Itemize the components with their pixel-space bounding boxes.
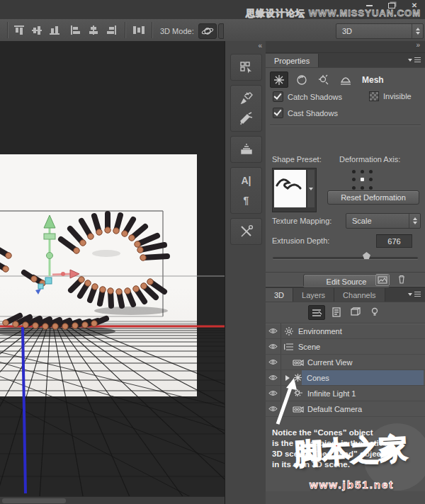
styles-panel-icon[interactable] bbox=[231, 139, 261, 159]
list-item-environment[interactable]: Environment bbox=[266, 323, 425, 339]
align-right-icon[interactable] bbox=[105, 25, 118, 35]
delete-icon[interactable] bbox=[395, 274, 408, 285]
visibility-toggle[interactable] bbox=[266, 401, 281, 416]
properties-panel-body: Mesh Catch Shadows Invisible Cast Shadow… bbox=[266, 68, 425, 287]
object-type-label: Mesh bbox=[362, 75, 384, 85]
window-title: 思缘设计论坛 WWW.MISSYUAN.COM bbox=[246, 7, 421, 20]
align-horizontal-centers-icon[interactable] bbox=[87, 25, 100, 35]
list-item-scene[interactable]: Scene bbox=[266, 339, 425, 355]
render-icon[interactable] bbox=[375, 274, 390, 286]
brush-presets-panel-icon[interactable] bbox=[231, 108, 261, 128]
visibility-toggle[interactable] bbox=[266, 323, 281, 338]
horizontal-scrollbar[interactable] bbox=[0, 496, 225, 504]
shape-preset-label: Shape Preset: bbox=[272, 155, 322, 164]
paragraph-panel-icon[interactable]: ¶ bbox=[231, 190, 261, 210]
expand-triangle-icon[interactable] bbox=[285, 375, 290, 381]
workspace-select[interactable]: 3D bbox=[336, 23, 424, 39]
invisible-label: Invisible bbox=[383, 92, 412, 101]
canvas-area[interactable] bbox=[0, 41, 225, 504]
collapsed-panel-dock: « A| ¶ bbox=[225, 41, 266, 504]
brush-panel-icon[interactable] bbox=[231, 88, 261, 108]
item-label: Scene bbox=[298, 343, 320, 351]
shape-preset-thumbnail bbox=[274, 170, 306, 207]
deformation-axis-widget[interactable] bbox=[349, 168, 375, 192]
tab-channels[interactable]: Channels bbox=[334, 288, 385, 302]
filter-whole-scene-icon[interactable] bbox=[308, 305, 325, 320]
lights-properties-icon[interactable] bbox=[315, 72, 332, 87]
scene-icon bbox=[283, 343, 295, 351]
expand-dock-chevron[interactable]: » bbox=[266, 41, 425, 53]
shape-preset-dropdown-arrow[interactable] bbox=[307, 170, 314, 207]
list-item-cones[interactable]: Cones bbox=[266, 370, 425, 386]
options-bar: 3D Mode: 3D bbox=[0, 19, 425, 42]
mesh-properties-icon[interactable] bbox=[270, 71, 288, 88]
deformation-axis-label: Deformation Axis: bbox=[339, 155, 400, 164]
align-vertical-centers-icon[interactable] bbox=[30, 25, 43, 35]
extrusion-depth-slider[interactable] bbox=[273, 257, 418, 259]
align-left-icon[interactable] bbox=[69, 25, 82, 35]
character-panel-icon[interactable]: A| bbox=[231, 171, 261, 190]
title-bar: ✕ 思缘设计论坛 WWW.MISSYUAN.COM bbox=[0, 0, 425, 20]
item-label: Environment bbox=[298, 327, 342, 336]
panel-menu-icon[interactable] bbox=[408, 290, 421, 299]
materials-properties-icon[interactable] bbox=[293, 72, 310, 87]
align-top-icon[interactable] bbox=[13, 25, 26, 35]
align-bottom-icon[interactable] bbox=[48, 25, 61, 35]
tab-3d[interactable]: 3D bbox=[266, 288, 293, 302]
mode-label: 3D Mode: bbox=[160, 27, 194, 35]
tab-layers[interactable]: Layers bbox=[293, 288, 334, 302]
tab-properties[interactable]: Properties bbox=[266, 54, 319, 67]
3d-scene-overlay bbox=[0, 41, 225, 504]
panel-column: » Properties Mesh Catch Shadows bbox=[266, 41, 425, 504]
texture-mapping-select[interactable]: Scale bbox=[346, 213, 421, 229]
shape-preset-picker[interactable] bbox=[272, 168, 317, 212]
orbit-icon bbox=[201, 26, 214, 36]
photoshop-window: ✕ 思缘设计论坛 WWW.MISSYUAN.COM 3D Mode: 3D « bbox=[0, 0, 425, 504]
stepper-arrows-icon bbox=[409, 214, 420, 228]
extrusion-depth-field[interactable]: 676 bbox=[376, 234, 412, 248]
pan-3d-tool-button-partial[interactable] bbox=[218, 23, 224, 39]
stepper-arrows-icon bbox=[412, 24, 423, 38]
actions-panel-icon[interactable] bbox=[231, 57, 261, 77]
visibility-toggle[interactable] bbox=[266, 386, 281, 401]
watermark-site-url: www.jb51.net bbox=[310, 479, 394, 491]
panel-menu-icon[interactable] bbox=[408, 56, 421, 64]
filter-meshes-icon[interactable] bbox=[329, 305, 344, 319]
collapse-dock-chevron[interactable]: « bbox=[225, 41, 266, 52]
3d-scene-list: Environment Scene Current View bbox=[266, 323, 425, 417]
item-label: Default Camera bbox=[307, 405, 362, 413]
visibility-toggle[interactable] bbox=[266, 370, 281, 385]
cap-properties-icon[interactable] bbox=[337, 72, 354, 87]
filter-materials-icon[interactable] bbox=[348, 305, 363, 319]
list-item-default-camera[interactable]: Default Camera bbox=[266, 401, 425, 417]
camera-icon bbox=[292, 359, 305, 366]
infinite-light-icon bbox=[292, 389, 305, 398]
reset-deformation-button[interactable]: Reset Deformation bbox=[327, 190, 419, 205]
tool-presets-panel-icon[interactable] bbox=[231, 222, 261, 241]
cast-shadows-checkbox[interactable] bbox=[273, 108, 283, 118]
cast-shadows-label: Cast Shadows bbox=[288, 109, 338, 118]
filter-lights-icon[interactable] bbox=[367, 305, 382, 319]
watermark-site-name: 脚本之家 bbox=[293, 429, 409, 474]
extrusion-depth-label: Extrusion Depth: bbox=[272, 236, 329, 245]
properties-tab-bar: Properties bbox=[266, 53, 425, 68]
item-label: Cones bbox=[307, 374, 329, 382]
list-item-infinite-light[interactable]: Infinite Light 1 bbox=[266, 386, 425, 401]
mesh-icon bbox=[291, 373, 304, 382]
texture-mapping-label: Texture Mapping: bbox=[272, 217, 332, 225]
distribute-icon[interactable] bbox=[132, 25, 144, 35]
catch-shadows-checkbox[interactable] bbox=[273, 91, 283, 102]
orbit-3d-tool-button[interactable] bbox=[198, 23, 217, 39]
item-label: Infinite Light 1 bbox=[307, 389, 356, 398]
invisible-checkbox[interactable] bbox=[369, 91, 379, 101]
item-label: Current View bbox=[307, 358, 352, 367]
catch-shadows-label: Catch Shadows bbox=[288, 93, 342, 101]
environment-icon bbox=[283, 326, 295, 336]
list-item-current-view[interactable]: Current View bbox=[266, 355, 425, 370]
slider-handle[interactable] bbox=[363, 252, 370, 259]
properties-footer bbox=[266, 272, 425, 287]
visibility-toggle[interactable] bbox=[266, 355, 281, 370]
3d-panel-tab-bar: 3D Layers Channels bbox=[266, 287, 425, 302]
visibility-toggle[interactable] bbox=[266, 339, 281, 354]
camera-icon bbox=[292, 406, 305, 413]
